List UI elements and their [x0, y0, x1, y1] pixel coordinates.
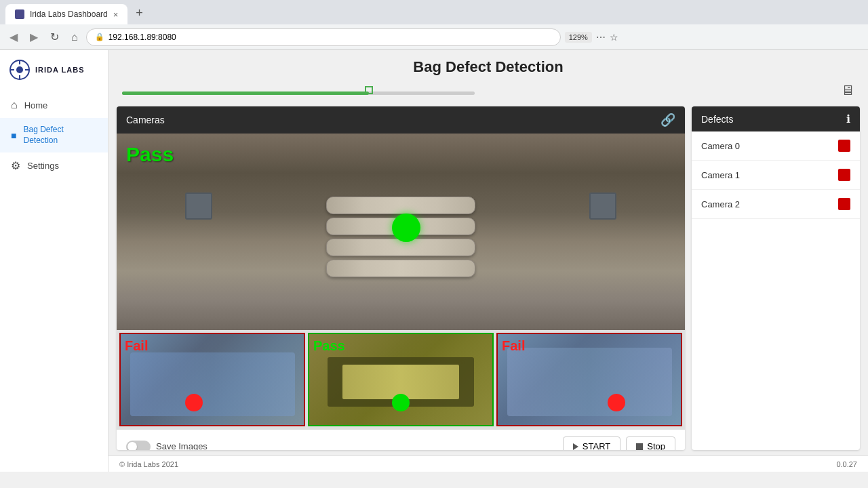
camera-controls: Save Images START Stop: [117, 429, 685, 450]
home-icon: ⌂: [11, 99, 18, 111]
progress-square-icon: [365, 86, 373, 94]
save-images-toggle[interactable]: [126, 441, 151, 451]
defect-camera-1-label: Camera 1: [701, 170, 740, 180]
cameras-panel-header: Cameras 🔗: [117, 106, 685, 134]
app-layout: IRIDA LABS ⌂ Home ■ Bag Defect Detection…: [0, 50, 868, 472]
footer-version: 0.0.27: [836, 460, 857, 468]
monitor-button[interactable]: 🖥: [841, 83, 854, 98]
bag-defect-icon: ■: [11, 130, 16, 141]
start-label: START: [583, 441, 610, 450]
defects-info-icon[interactable]: ℹ: [846, 113, 850, 125]
browser-toolbar: ◀ ▶ ↻ ⌂ 🔒 129% ⋯ ☆: [0, 24, 868, 50]
main-camera-pass-label: Pass: [126, 143, 174, 166]
progress-container: [122, 86, 475, 95]
thumbnail-1[interactable]: Pass: [308, 333, 494, 426]
home-nav-button[interactable]: ⌂: [67, 28, 82, 46]
sidebar: IRIDA LABS ⌂ Home ■ Bag Defect Detection…: [0, 50, 108, 472]
zoom-badge: 129%: [565, 32, 592, 43]
browser-tab-active[interactable]: Irida Labs Dashboard ×: [5, 4, 127, 24]
action-buttons: START Stop: [563, 436, 675, 450]
thumb2-dot: [608, 394, 625, 411]
defects-panel-header: Defects ℹ: [692, 106, 860, 131]
sidebar-logo: IRIDA LABS: [0, 50, 108, 92]
extensions-button[interactable]: ⋯: [596, 32, 606, 43]
bookmark-button[interactable]: ☆: [610, 32, 618, 43]
cameras-panel: Cameras 🔗: [117, 106, 685, 450]
new-tab-button[interactable]: +: [130, 3, 149, 23]
cameras-panel-title: Cameras: [126, 115, 165, 125]
thumb2-label: Fail: [502, 338, 525, 354]
svg-point-1: [16, 66, 23, 73]
back-button[interactable]: ◀: [5, 28, 22, 46]
sidebar-label-settings: Settings: [27, 161, 59, 171]
defect-indicator-1: [838, 169, 850, 181]
address-bar[interactable]: 🔒: [86, 28, 561, 46]
stop-label: Stop: [647, 441, 665, 450]
stop-button[interactable]: Stop: [626, 436, 675, 450]
content-area: Cameras 🔗: [108, 101, 868, 455]
settings-icon: ⚙: [11, 159, 20, 172]
toggle-knob: [127, 442, 137, 451]
progress-marker: [365, 86, 373, 94]
thumb1-label: Pass: [313, 338, 345, 354]
defect-camera-0-label: Camera 0: [701, 141, 740, 151]
start-icon: [573, 443, 578, 450]
page-title: Bag Defect Detection: [108, 58, 868, 76]
progress-fill: [122, 92, 369, 95]
browser-chrome: Irida Labs Dashboard × +: [0, 0, 868, 24]
thumb0-dot: [185, 394, 203, 411]
thumb0-label: Fail: [125, 338, 148, 354]
progress-bar: [122, 92, 475, 95]
forward-button[interactable]: ▶: [26, 28, 42, 46]
top-bar: 🖥: [108, 80, 868, 101]
page-header: Bag Defect Detection: [108, 50, 868, 80]
stop-icon: [636, 443, 643, 450]
sidebar-label-home: Home: [24, 100, 48, 110]
thumb1-dot: [392, 394, 410, 411]
defect-item-0: Camera 0: [692, 131, 860, 161]
thumbnail-2[interactable]: Fail: [496, 333, 682, 426]
main-camera-view: Pass: [117, 134, 685, 330]
save-images-label: Save Images: [156, 441, 208, 450]
share-icon[interactable]: 🔗: [660, 113, 675, 127]
tab-close-icon[interactable]: ×: [113, 9, 119, 20]
logo-text: IRIDA LABS: [35, 66, 85, 74]
start-button[interactable]: START: [563, 436, 620, 450]
defect-camera-2-label: Camera 2: [701, 199, 740, 209]
thumbnail-row: Fail Pass: [117, 330, 685, 429]
footer-copyright: © Irida Labs 2021: [119, 460, 178, 468]
defects-panel: Defects ℹ Camera 0 Camera 1 Camera 2: [692, 106, 860, 450]
sidebar-label-bag-defect: Bag Defect Detection: [23, 125, 97, 146]
logo-icon: [9, 60, 30, 80]
sidebar-item-settings[interactable]: ⚙ Settings: [0, 152, 108, 179]
defect-indicator-0: [838, 140, 850, 152]
defect-indicator-2: [838, 198, 850, 210]
main-camera-dot: [392, 214, 420, 242]
thumbnail-0[interactable]: Fail: [119, 333, 305, 426]
tab-favicon: [15, 9, 24, 19]
save-images-control: Save Images: [126, 441, 208, 451]
defect-item-1: Camera 1: [692, 161, 860, 190]
app-footer: © Irida Labs 2021 0.0.27: [108, 455, 868, 472]
ssl-icon: 🔒: [95, 33, 104, 41]
sidebar-item-home[interactable]: ⌂ Home: [0, 92, 108, 118]
defects-panel-title: Defects: [701, 114, 733, 125]
defect-item-2: Camera 2: [692, 190, 860, 219]
reload-button[interactable]: ↻: [46, 28, 63, 46]
main-content: Bag Defect Detection 🖥 Cameras 🔗: [108, 50, 868, 472]
tab-title: Irida Labs Dashboard: [30, 9, 108, 19]
sidebar-item-bag-defect[interactable]: ■ Bag Defect Detection: [0, 118, 108, 152]
address-input[interactable]: [108, 33, 552, 42]
